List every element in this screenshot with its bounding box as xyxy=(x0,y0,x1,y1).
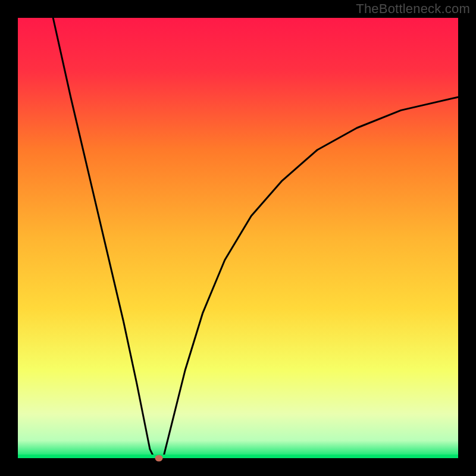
chart-frame: TheBottleneck.com xyxy=(0,0,476,476)
baseline-strip xyxy=(18,455,458,458)
watermark-text: TheBottleneck.com xyxy=(356,1,470,17)
plot-area xyxy=(18,18,458,458)
plot-svg xyxy=(18,18,458,458)
minimum-marker xyxy=(155,455,162,462)
